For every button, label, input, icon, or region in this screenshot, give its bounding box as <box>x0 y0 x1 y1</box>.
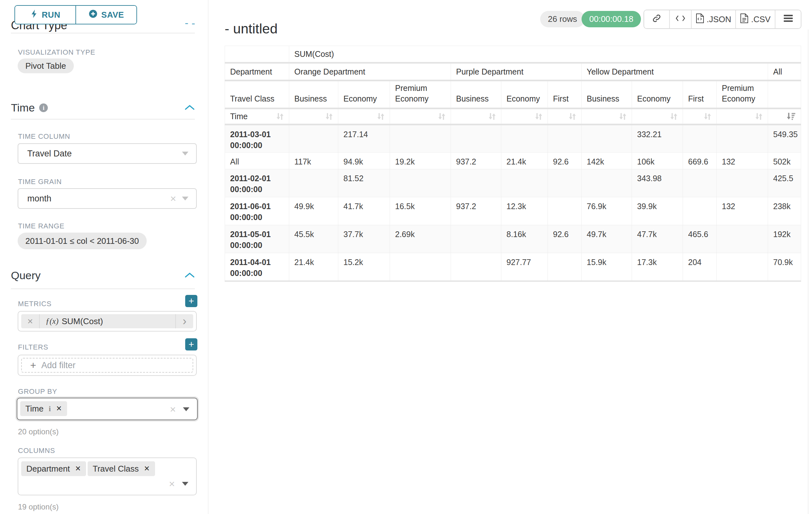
group-by-chip-label: Time <box>25 404 44 414</box>
travel-class-header: Business <box>582 81 632 109</box>
add-filter-button[interactable]: + Add filter <box>21 358 193 373</box>
pivot-cell: 132 <box>717 197 768 225</box>
function-icon: ƒ(x) <box>46 317 58 326</box>
clear-icon[interactable]: × <box>169 478 175 490</box>
pivot-row: 2011-02-01 00:00:0081.52343.98425.5 <box>225 169 801 197</box>
sort-cell[interactable] <box>289 109 338 125</box>
save-button[interactable]: SAVE <box>76 6 137 24</box>
export-csv-label: .CSV <box>751 15 771 24</box>
export-json-button[interactable]: .JSON <box>692 10 736 28</box>
sort-icon[interactable] <box>703 112 712 121</box>
row-label: All <box>225 153 289 169</box>
pivot-cell: 117k <box>289 153 338 169</box>
sort-icon[interactable] <box>376 112 385 121</box>
travel-class-header: Business <box>289 81 338 109</box>
travel-class-header: Economy <box>501 81 548 109</box>
pivot-cell <box>451 225 501 253</box>
sort-icon[interactable] <box>437 112 446 121</box>
travel-class-header: Economy <box>338 81 390 109</box>
pivot-cell <box>717 125 768 153</box>
section-divider <box>11 289 195 289</box>
columns-select[interactable]: Department ✕ Travel Class ✕ × <box>18 457 197 495</box>
sort-desc-icon[interactable] <box>786 112 796 121</box>
sort-icon[interactable] <box>568 112 577 121</box>
time-range-pill[interactable]: 2011-01-01 ≤ col < 2011-06-30 <box>18 233 147 249</box>
info-icon[interactable]: i <box>39 104 48 112</box>
sort-icon[interactable] <box>669 112 678 121</box>
time-column-value: Travel Date <box>27 149 72 159</box>
sort-cell[interactable] <box>451 109 501 125</box>
visualization-type-pill[interactable]: Pivot Table <box>18 58 74 73</box>
pivot-cell: 15.9k <box>582 253 632 281</box>
metric-chip-label: SUM(Cost) <box>62 317 103 326</box>
clear-icon[interactable]: × <box>170 193 176 205</box>
metrics-control: × ƒ(x) SUM(Cost) › <box>18 311 197 331</box>
sort-icon[interactable] <box>325 112 334 121</box>
sort-cell[interactable] <box>582 109 632 125</box>
sort-icon[interactable] <box>618 112 627 121</box>
travel-class-header: Premium Economy <box>390 81 451 109</box>
clear-icon[interactable]: × <box>170 404 176 415</box>
add-filter-plus-button[interactable]: + <box>185 338 197 350</box>
sort-icon[interactable] <box>755 112 763 121</box>
clipped-chevron-icon <box>185 23 188 24</box>
chevron-down-icon <box>182 152 188 156</box>
chevron-right-icon[interactable]: › <box>175 314 193 328</box>
remove-metric-icon[interactable]: × <box>21 314 40 328</box>
sort-cell[interactable] <box>683 109 717 125</box>
run-button[interactable]: RUN <box>15 6 76 24</box>
pivot-cell <box>289 125 338 153</box>
sort-icon[interactable] <box>534 112 543 121</box>
group-by-chip[interactable]: Time i ✕ <box>20 401 67 416</box>
pivot-cell <box>501 125 548 153</box>
pivot-cell <box>548 125 582 153</box>
pivot-cell: 17.3k <box>632 253 683 281</box>
sort-cell[interactable] <box>338 109 390 125</box>
chevron-down-icon <box>182 197 188 200</box>
pivot-cell: 465.6 <box>683 225 717 253</box>
pivot-row: 2011-05-01 00:00:0045.5k37.7k2.69k8.16k9… <box>225 225 801 253</box>
time-column-select[interactable]: Travel Date <box>18 143 197 164</box>
columns-chip[interactable]: Travel Class ✕ <box>88 461 155 476</box>
travel-class-header: First <box>548 81 582 109</box>
columns-options-hint: 19 option(s) <box>18 503 59 511</box>
sort-icon[interactable] <box>488 112 496 121</box>
time-grain-select[interactable]: month × <box>18 188 197 209</box>
info-icon: i <box>49 404 51 413</box>
pivot-cell: 94.9k <box>338 153 390 169</box>
pivot-cell <box>683 169 717 197</box>
menu-button[interactable] <box>775 10 801 28</box>
sort-icon[interactable] <box>276 112 284 121</box>
add-metric-button[interactable]: + <box>185 295 197 307</box>
group-by-select[interactable]: Time i ✕ × <box>17 398 198 420</box>
section-divider <box>11 33 195 33</box>
sort-cell[interactable] <box>717 109 768 125</box>
export-csv-button[interactable]: .CSV <box>736 10 775 28</box>
sort-cell[interactable] <box>548 109 582 125</box>
columns-chip[interactable]: Department ✕ <box>21 461 86 476</box>
time-sort-header[interactable]: Time <box>225 109 289 125</box>
remove-chip-icon[interactable]: ✕ <box>56 404 62 413</box>
explore-page: Chart Type RUN SAVE VISUALIZATION TYPE P… <box>0 0 812 514</box>
remove-chip-icon[interactable]: ✕ <box>144 464 150 473</box>
pivot-cell: 937.2 <box>451 153 501 169</box>
metric-chip[interactable]: × ƒ(x) SUM(Cost) › <box>21 314 193 328</box>
json-file-icon <box>696 13 704 26</box>
sort-cell[interactable] <box>632 109 683 125</box>
collapse-chevron-icon[interactable] <box>184 272 195 279</box>
pivot-cell: 21.4k <box>501 153 548 169</box>
scrollbar-track[interactable] <box>808 30 809 514</box>
share-link-button[interactable] <box>644 10 670 28</box>
collapse-chevron-icon[interactable] <box>184 104 195 111</box>
pivot-row: 2011-03-01 00:00:00217.14332.21549.35 <box>225 125 801 153</box>
row-label: 2011-02-01 00:00:00 <box>225 169 289 197</box>
view-query-button[interactable] <box>670 10 692 28</box>
sort-cell[interactable] <box>768 109 801 125</box>
travel-class-header: Premium Economy <box>717 81 768 109</box>
remove-chip-icon[interactable]: ✕ <box>75 464 81 473</box>
pivot-cell <box>451 125 501 153</box>
pivot-cell: 192k <box>768 225 801 253</box>
sort-cell[interactable] <box>501 109 548 125</box>
sort-cell[interactable] <box>390 109 451 125</box>
pivot-cell: 16.5k <box>390 197 451 225</box>
